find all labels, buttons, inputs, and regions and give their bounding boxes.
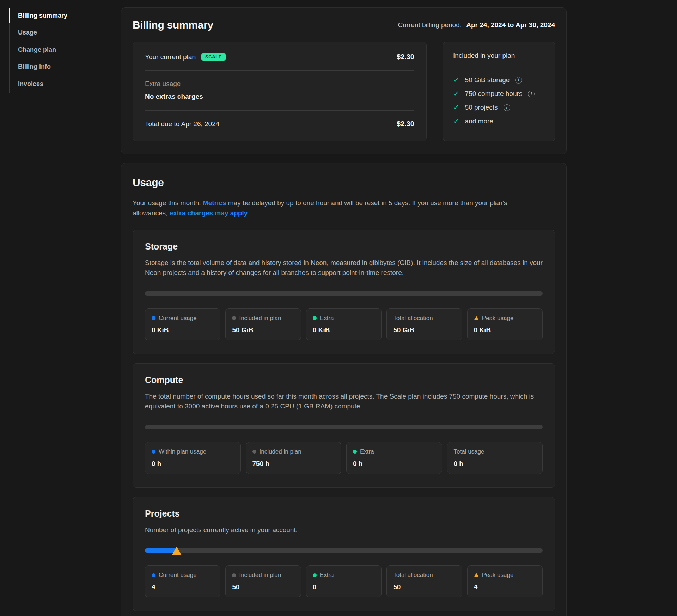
stat-box: Current usage 4 bbox=[145, 565, 220, 597]
metrics-link[interactable]: Metrics bbox=[203, 199, 226, 207]
storage-section: Storage Storage is the total volume of d… bbox=[133, 230, 555, 354]
info-icon[interactable]: i bbox=[528, 91, 535, 97]
stat-box: Extra 0 KiB bbox=[306, 308, 382, 340]
extra-charges-link[interactable]: extra charges may apply bbox=[170, 209, 248, 217]
stat-box: Current usage 0 KiB bbox=[145, 308, 220, 340]
stat-box: Peak usage 0 KiB bbox=[467, 308, 543, 340]
stat-label: Total usage bbox=[454, 448, 484, 455]
sidebar-item-change-plan[interactable]: Change plan bbox=[18, 41, 111, 58]
usage-desc-text: . bbox=[248, 209, 249, 217]
stat-value: 0 KiB bbox=[152, 326, 214, 334]
storage-progress-bar bbox=[145, 291, 543, 296]
current-plan-label: Your current plan bbox=[145, 53, 196, 61]
projects-progress-bar bbox=[145, 548, 543, 553]
check-icon: ✓ bbox=[453, 90, 459, 98]
stat-box: Included in plan 50 GiB bbox=[225, 308, 301, 340]
billing-sidebar: Billing summary Usage Change plan Billin… bbox=[9, 7, 111, 93]
billing-period: Current billing period: Apr 24, 2024 to … bbox=[398, 21, 555, 29]
current-usage-dot-icon bbox=[152, 316, 155, 320]
extra-usage-value: No extras charges bbox=[145, 93, 414, 100]
stat-label: Included in plan bbox=[239, 572, 281, 579]
compute-section: Compute The total number of compute hour… bbox=[133, 363, 555, 488]
projects-description: Number of projects currently active in y… bbox=[145, 525, 543, 535]
stat-box: Within plan usage 0 h bbox=[145, 442, 241, 474]
peak-usage-triangle-icon bbox=[474, 573, 479, 577]
stat-label: Extra bbox=[360, 448, 374, 455]
check-icon: ✓ bbox=[453, 76, 459, 84]
compute-progress-bar bbox=[145, 425, 543, 429]
sidebar-active-indicator bbox=[9, 8, 10, 23]
page-title: Billing summary bbox=[133, 19, 213, 31]
stat-value: 4 bbox=[152, 583, 214, 591]
stat-value: 50 GiB bbox=[393, 326, 455, 334]
within-plan-dot-icon bbox=[152, 450, 155, 454]
stat-value: 0 bbox=[313, 583, 375, 591]
sidebar-item-billing-summary[interactable]: Billing summary bbox=[18, 7, 111, 24]
extra-usage-label: Extra usage bbox=[145, 80, 414, 88]
included-item-label: and more... bbox=[465, 117, 499, 125]
usage-desc-text: Your usage this month. bbox=[133, 199, 203, 207]
storage-title: Storage bbox=[145, 241, 543, 252]
included-plan-dot-icon bbox=[232, 573, 236, 577]
stat-label: Total allocation bbox=[393, 572, 433, 579]
plan-badge: SCALE bbox=[201, 53, 226, 61]
sidebar-item-invoices[interactable]: Invoices bbox=[18, 75, 111, 93]
info-icon[interactable]: i bbox=[515, 77, 522, 84]
compute-title: Compute bbox=[145, 375, 543, 385]
included-item: ✓ and more... bbox=[453, 117, 545, 125]
stat-label: Extra bbox=[320, 315, 334, 322]
included-item-label: 750 compute hours bbox=[465, 90, 523, 98]
compute-description: The total number of compute hours used s… bbox=[145, 392, 543, 412]
stat-box: Total usage 0 h bbox=[447, 442, 543, 474]
stat-value: 50 bbox=[393, 583, 455, 591]
projects-title: Projects bbox=[145, 509, 543, 519]
stat-box: Included in plan 50 bbox=[225, 565, 301, 597]
info-icon[interactable]: i bbox=[504, 104, 510, 111]
stat-value: 0 h bbox=[152, 460, 234, 468]
extra-dot-icon bbox=[353, 450, 357, 454]
stat-box: Extra 0 h bbox=[346, 442, 442, 474]
main-content: Billing summary Current billing period: … bbox=[121, 7, 567, 616]
stat-label: Current usage bbox=[159, 572, 197, 579]
stat-label: Included in plan bbox=[239, 315, 281, 322]
sidebar-item-usage[interactable]: Usage bbox=[18, 24, 111, 42]
stat-label: Within plan usage bbox=[159, 448, 206, 455]
stat-label: Total allocation bbox=[393, 315, 433, 322]
billing-period-value: Apr 24, 2024 to Apr 30, 2024 bbox=[466, 21, 555, 29]
stat-value: 0 h bbox=[353, 460, 435, 468]
included-item-label: 50 GiB storage bbox=[465, 76, 510, 84]
sidebar-item-billing-info[interactable]: Billing info bbox=[18, 58, 111, 76]
stat-value: 50 bbox=[232, 583, 294, 591]
stat-value: 50 GiB bbox=[232, 326, 294, 334]
stat-label: Peak usage bbox=[482, 572, 514, 579]
included-item: ✓ 50 GiB storage i bbox=[453, 76, 545, 84]
stat-box: Extra 0 bbox=[306, 565, 382, 597]
check-icon: ✓ bbox=[453, 118, 459, 125]
usage-title: Usage bbox=[133, 177, 555, 189]
extra-dot-icon bbox=[313, 316, 317, 320]
stat-value: 0 KiB bbox=[313, 326, 375, 334]
stat-label: Current usage bbox=[159, 315, 197, 322]
usage-description: Your usage this month. Metrics may be de… bbox=[133, 198, 543, 218]
usage-card: Usage Your usage this month. Metrics may… bbox=[121, 163, 567, 616]
included-item: ✓ 50 projects i bbox=[453, 104, 545, 111]
peak-usage-triangle-icon bbox=[474, 316, 479, 320]
included-plan-dot-icon bbox=[232, 316, 236, 320]
included-plan-dot-icon bbox=[252, 450, 256, 454]
total-due-label: Total due to Apr 26, 2024 bbox=[145, 120, 219, 128]
included-item-label: 50 projects bbox=[465, 104, 498, 111]
billing-period-label: Current billing period: bbox=[398, 21, 462, 29]
plan-amount: $2.30 bbox=[397, 53, 414, 61]
current-usage-dot-icon bbox=[152, 573, 155, 577]
stat-label: Peak usage bbox=[482, 315, 514, 322]
stat-box: Included in plan 750 h bbox=[246, 442, 342, 474]
stat-label: Included in plan bbox=[260, 448, 301, 455]
total-due-amount: $2.30 bbox=[397, 120, 414, 128]
stat-value: 0 h bbox=[454, 460, 536, 468]
stat-label: Extra bbox=[320, 572, 334, 579]
included-in-plan-card: Included in your plan ✓ 50 GiB storage i… bbox=[443, 42, 555, 141]
stat-box: Total allocation 50 bbox=[386, 565, 462, 597]
extra-dot-icon bbox=[313, 573, 317, 577]
peak-usage-marker-icon bbox=[172, 547, 181, 555]
storage-description: Storage is the total volume of data and … bbox=[145, 258, 543, 278]
